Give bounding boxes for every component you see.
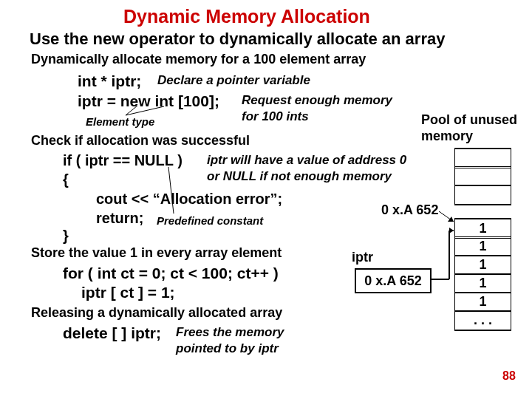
annot-decl: Declare a pointer variable bbox=[157, 73, 310, 88]
code-assign: iptr [ ct ] = 1; bbox=[81, 284, 175, 301]
memory-cell-dots: . . . bbox=[454, 310, 511, 331]
annot-if-2: or NULL if not enough memory bbox=[207, 169, 392, 184]
annot-delete-1: Frees the memory bbox=[176, 325, 284, 340]
code-for: for ( int ct = 0; ct < 100; ct++ ) bbox=[63, 265, 279, 282]
subhead-release: Releasing a dynamically allocated array bbox=[31, 305, 282, 321]
memory-cell-2: 1 bbox=[454, 255, 511, 275]
memory-cell-4: 1 bbox=[454, 292, 511, 312]
memory-cell-3: 1 bbox=[454, 273, 511, 293]
annot-new-1: Request enough memory bbox=[242, 93, 392, 108]
pool-label-2: memory bbox=[421, 129, 473, 144]
mem-addr-label: 0 x.A 652 bbox=[381, 202, 438, 218]
annot-delete-2: pointed to by iptr bbox=[176, 341, 279, 356]
code-cout: cout << “Allocation error”; bbox=[96, 191, 282, 208]
iptr-label: iptr bbox=[352, 250, 373, 265]
subhead-check: Check if allocation was successful bbox=[31, 133, 250, 149]
slide-title: Dynamic Memory Allocation bbox=[123, 6, 370, 27]
code-return: return; bbox=[96, 210, 143, 227]
pool-label-1: Pool of unused bbox=[421, 112, 517, 128]
brace-open: { bbox=[63, 171, 69, 188]
svg-marker-4 bbox=[448, 216, 454, 222]
memory-cell-0: 1 bbox=[454, 218, 511, 239]
svg-line-3 bbox=[439, 211, 454, 222]
memory-cell-empty-2 bbox=[454, 185, 511, 205]
memory-cell-1: 1 bbox=[454, 236, 511, 256]
annot-if-1: iptr will have a value of address 0 bbox=[207, 153, 406, 168]
annot-new-2: for 100 ints bbox=[242, 109, 309, 124]
annot-element-type: Element type bbox=[86, 115, 154, 128]
memory-cell-empty-1 bbox=[454, 166, 511, 186]
code-if: if ( iptr == NULL ) bbox=[63, 152, 183, 169]
memory-cell-empty-0 bbox=[454, 148, 511, 168]
subhead-store: Store the value 1 in every array element bbox=[31, 245, 282, 261]
page-number: 88 bbox=[502, 369, 516, 383]
brace-close: } bbox=[63, 228, 69, 245]
code-delete: delete [ ] iptr; bbox=[63, 324, 161, 342]
code-new: iptr = new int [100]; bbox=[78, 92, 219, 110]
intro-line: Use the new operator to dynamically allo… bbox=[30, 30, 445, 49]
annot-return: Predefined constant bbox=[157, 214, 263, 227]
code-decl: int * iptr; bbox=[78, 72, 141, 90]
subhead-allocate: Dynamically allocate memory for a 100 el… bbox=[31, 52, 366, 67]
iptr-value-box: 0 x.A 652 bbox=[355, 268, 432, 293]
svg-marker-8 bbox=[449, 228, 454, 233]
